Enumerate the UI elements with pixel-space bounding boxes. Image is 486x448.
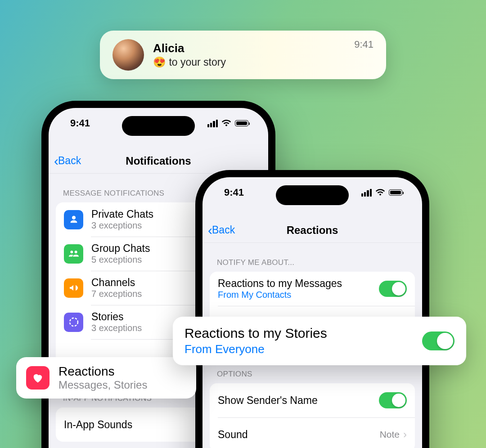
toggle-reactions-stories[interactable] (422, 332, 454, 350)
svg-point-2 (70, 318, 78, 326)
options-list: Show Sender's Name Sound Note › (210, 383, 415, 448)
avatar (112, 39, 144, 71)
story-reaction-notification[interactable]: Alicia 😍 to your story 9:41 (100, 31, 386, 79)
row-subtitle: 3 exceptions (91, 220, 153, 231)
toggle-show-sender[interactable] (379, 392, 407, 408)
row-reactions-messages[interactable]: Reactions to my Messages From My Contact… (210, 272, 415, 306)
dynamic-island (122, 116, 195, 136)
group-icon (64, 244, 83, 264)
row-subtitle: From My Contacts (218, 290, 342, 300)
back-button[interactable]: ‹ Back (54, 154, 81, 168)
row-sound[interactable]: Sound Note › (210, 417, 415, 448)
nav-bar: ‹ Back Reactions (202, 218, 422, 243)
notification-message: to your story (169, 56, 226, 68)
row-subtitle: 7 exceptions (91, 289, 142, 299)
row-title: Reactions to my Messages (218, 278, 342, 290)
back-button[interactable]: ‹ Back (208, 224, 235, 237)
notification-text: 😍 to your story (153, 56, 354, 68)
battery-icon (235, 120, 248, 126)
row-title: Group Chats (91, 242, 150, 255)
row-title: Reactions to my Stories (184, 326, 327, 341)
person-icon (64, 210, 83, 229)
section-header-options: OPTIONS (202, 364, 422, 383)
back-label: Back (212, 224, 235, 236)
battery-icon (389, 189, 402, 196)
row-subtitle: 3 exceptions (91, 323, 142, 333)
row-title: Stories (91, 311, 142, 323)
dynamic-island (276, 185, 349, 205)
stories-icon (64, 313, 83, 332)
cellular-icon (207, 120, 218, 127)
notification-sender: Alicia (153, 41, 354, 55)
nav-title: Notifications (49, 155, 268, 167)
row-subtitle: From Everyone (184, 342, 327, 356)
chevron-right-icon: › (403, 428, 407, 441)
heart-eyes-emoji: 😍 (153, 56, 166, 68)
notification-body: Alicia 😍 to your story (153, 41, 354, 68)
screen-reactions: 9:41 ‹ Back Reactions NOTIFY ME ABOUT...… (202, 177, 422, 448)
wifi-icon (221, 120, 231, 127)
row-title: Private Chats (91, 208, 153, 220)
row-title: In-App Sounds (64, 419, 132, 431)
sound-value: Note (380, 429, 400, 440)
row-title: Show Sender's Name (218, 394, 318, 407)
status-time: 9:41 (70, 117, 90, 129)
megaphone-icon (64, 278, 83, 298)
row-subtitle: Messages, Stories (58, 379, 147, 391)
row-reactions[interactable]: Reactions Messages, Stories (16, 357, 196, 399)
cellular-icon (361, 189, 372, 197)
phone-right: 9:41 ‹ Back Reactions NOTIFY ME ABOUT...… (195, 170, 429, 448)
wifi-icon (375, 189, 385, 196)
status-time: 9:41 (224, 187, 244, 198)
nav-title: Reactions (202, 224, 422, 237)
svg-point-1 (74, 251, 77, 253)
toggle-reactions-messages[interactable] (379, 281, 407, 297)
svg-point-0 (70, 251, 73, 253)
row-title: Sound (218, 429, 248, 441)
notification-time: 9:41 (354, 39, 374, 50)
row-title: Channels (91, 277, 142, 289)
heart-icon (26, 366, 50, 390)
row-reactions-stories[interactable]: Reactions to my Stories From Everyone (173, 317, 466, 365)
section-header-notify: NOTIFY ME ABOUT... (202, 253, 422, 272)
row-title: Reactions (58, 364, 147, 379)
back-label: Back (58, 155, 81, 167)
row-subtitle: 5 exceptions (91, 255, 150, 265)
row-show-sender[interactable]: Show Sender's Name (210, 383, 415, 417)
